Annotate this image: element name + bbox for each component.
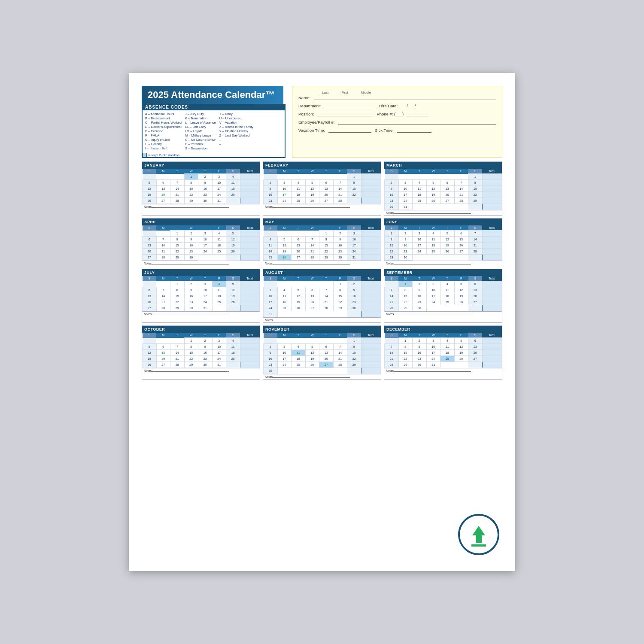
day-cell: 13 bbox=[468, 344, 483, 350]
day-cell: 1 bbox=[398, 281, 413, 287]
day-cell: 1 bbox=[347, 174, 361, 180]
day-cell: 17 bbox=[413, 243, 427, 249]
day-cell: 5 bbox=[454, 281, 468, 287]
day-cell: 5 bbox=[143, 180, 157, 186]
day-cell bbox=[440, 255, 455, 261]
day-cell bbox=[361, 231, 381, 237]
day-cell: 9 bbox=[264, 186, 278, 192]
day-cell bbox=[240, 243, 260, 249]
month-block-april: APRILSMTWTFSTotal12345678910111213141516… bbox=[142, 218, 260, 266]
day-cell: 14 bbox=[156, 293, 170, 299]
day-cell: 25 bbox=[226, 192, 240, 198]
day-cell: 21 bbox=[333, 356, 347, 362]
calendars-grid: JANUARYSMTWTFSTotal123456789101112131415… bbox=[142, 161, 502, 380]
day-cell: 28 bbox=[385, 305, 399, 311]
day-cell bbox=[361, 305, 381, 311]
day-cell: 1 bbox=[184, 174, 198, 180]
day-cell bbox=[305, 311, 319, 317]
day-cell: 20 bbox=[468, 293, 483, 299]
day-cell: 23 bbox=[333, 249, 347, 255]
day-cell: 10 bbox=[277, 350, 292, 356]
day-cell: 27 bbox=[143, 255, 157, 261]
code-item: N – No Call/No Show bbox=[185, 138, 216, 142]
day-cell: 12 bbox=[226, 237, 240, 243]
absence-codes-header: ABSENCE CODES bbox=[143, 104, 285, 110]
day-cell: 19 bbox=[454, 293, 468, 299]
day-cell: 16 bbox=[198, 350, 213, 356]
day-cell bbox=[482, 344, 502, 350]
day-cell: 16 bbox=[333, 243, 347, 249]
month-table: SMTWTFSTotal1234567891011121314151617181… bbox=[142, 276, 260, 311]
day-header: T bbox=[170, 169, 185, 174]
day-cell bbox=[240, 299, 260, 305]
day-cell: 30 bbox=[184, 305, 198, 311]
day-cell bbox=[240, 174, 260, 180]
day-cell: 7 bbox=[468, 231, 483, 237]
day-cell: 6 bbox=[305, 287, 319, 293]
day-cell bbox=[240, 249, 260, 255]
dept-line bbox=[324, 108, 376, 108]
phone-line bbox=[407, 116, 428, 116]
day-header: S bbox=[347, 169, 361, 174]
day-cell: 19 bbox=[292, 299, 306, 305]
day-cell bbox=[482, 362, 502, 368]
day-cell bbox=[277, 281, 292, 287]
day-cell: 3 bbox=[413, 231, 427, 237]
day-cell bbox=[226, 198, 240, 204]
day-cell: 6 bbox=[156, 344, 170, 350]
day-cell: 22 bbox=[333, 299, 347, 305]
day-cell: 15 bbox=[319, 243, 334, 249]
day-cell: 25 bbox=[277, 305, 292, 311]
day-cell: 4 bbox=[226, 174, 240, 180]
day-cell: 30 bbox=[264, 368, 278, 374]
day-cell: 31 bbox=[198, 305, 213, 311]
day-header: T bbox=[413, 276, 427, 281]
day-cell: 11 bbox=[426, 237, 440, 243]
day-cell: 18 bbox=[292, 356, 306, 362]
day-cell: 22 bbox=[398, 299, 413, 305]
name-sub-labels: Last First Middle bbox=[298, 91, 496, 94]
day-cell: 2 bbox=[385, 180, 399, 186]
day-header: T bbox=[292, 169, 306, 174]
day-header: F bbox=[212, 333, 226, 338]
day-cell bbox=[454, 204, 468, 210]
day-header: W bbox=[305, 169, 319, 174]
day-cell: 28 bbox=[170, 198, 185, 204]
day-cell: 15 bbox=[468, 186, 483, 192]
day-cell: 10 bbox=[426, 344, 440, 350]
day-cell: 29 bbox=[319, 255, 334, 261]
day-cell: 9 bbox=[385, 186, 399, 192]
day-cell bbox=[240, 231, 260, 237]
day-header: W bbox=[184, 276, 198, 281]
day-cell: 31 bbox=[212, 362, 226, 368]
day-cell: 11 bbox=[212, 237, 226, 243]
day-header: T bbox=[170, 276, 185, 281]
day-cell: 24 bbox=[212, 192, 226, 198]
day-cell: 8 bbox=[398, 287, 413, 293]
day-header: T bbox=[319, 333, 334, 338]
day-cell: 22 bbox=[347, 356, 361, 362]
day-cell: 9 bbox=[398, 237, 413, 243]
day-cell: 4 bbox=[292, 344, 306, 350]
day-cell: 16 bbox=[413, 350, 427, 356]
day-cell: 26 bbox=[454, 356, 468, 362]
day-cell bbox=[240, 305, 260, 311]
day-cell: 21 bbox=[333, 192, 347, 198]
day-cell: 20 bbox=[440, 192, 455, 198]
day-header: S bbox=[347, 276, 361, 281]
code-item: M – Military Leave bbox=[185, 134, 216, 137]
day-cell bbox=[426, 204, 440, 210]
day-cell: 22 bbox=[319, 249, 334, 255]
download-overlay[interactable] bbox=[457, 513, 500, 556]
day-cell: 27 bbox=[454, 249, 468, 255]
day-cell: 18 bbox=[212, 293, 226, 299]
day-header: S bbox=[264, 333, 278, 338]
holiday-note: = Legal Public Holidays bbox=[143, 153, 285, 157]
day-cell: 17 bbox=[212, 186, 226, 192]
day-cell: 7 bbox=[319, 287, 334, 293]
day-cell: 3 bbox=[347, 231, 361, 237]
day-cell: 30 bbox=[184, 255, 198, 261]
day-header: F bbox=[212, 169, 226, 174]
day-cell bbox=[468, 305, 483, 311]
day-cell bbox=[482, 305, 502, 311]
